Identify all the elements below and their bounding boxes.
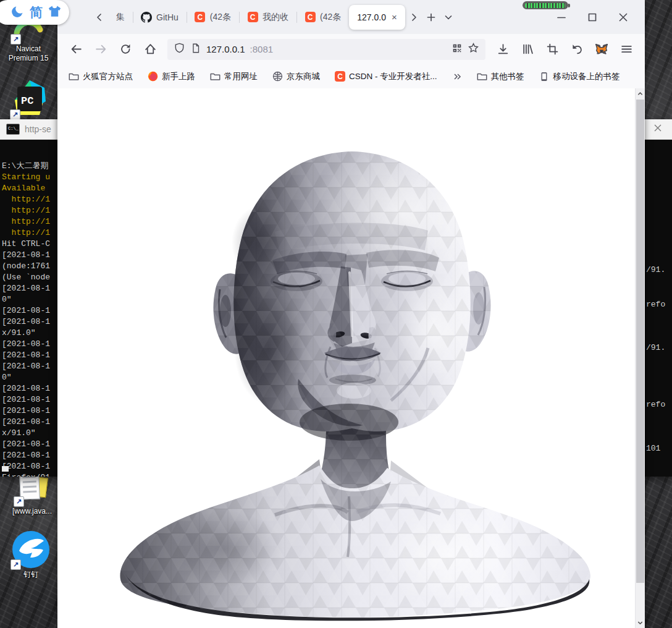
maximize-button[interactable]	[577, 5, 608, 30]
browser-tab[interactable]: GitHu	[133, 5, 187, 30]
bookmarks-toolbar: 火狐官方站点 新手上路 常用网址 京东商城 C CSDN - 专业开发者社...	[57, 64, 645, 89]
shortcut-arrow-icon: ↗	[14, 496, 24, 507]
firefox-icon	[148, 71, 158, 82]
terminal-line: 0″	[2, 372, 50, 383]
page-info-icon[interactable]	[190, 43, 201, 56]
terminal-line: [2021-08-1	[2, 461, 50, 472]
bookmark-label: 新手上路	[162, 71, 195, 82]
folder-icon	[477, 71, 487, 82]
bookmark-item[interactable]: 其他书签	[477, 71, 524, 82]
terminal-line: (node:1761	[2, 261, 50, 272]
close-button[interactable]	[608, 5, 639, 30]
csdn-icon: C	[195, 12, 206, 23]
shortcut-arrow-icon: ↗	[10, 109, 20, 120]
terminal-title: http-se	[25, 124, 51, 134]
desktop-icon-pycharm[interactable]: PC ↗	[11, 79, 51, 122]
tab-list-dropdown-button[interactable]	[440, 7, 457, 27]
undo-arrow-button[interactable]	[566, 39, 588, 60]
bookmark-item[interactable]: 火狐官方站点	[69, 71, 133, 82]
screenshot-crop-button[interactable]	[541, 39, 563, 60]
menu-button[interactable]	[615, 39, 637, 60]
tab-strip: 集 GitHu C (42条 C 我的收	[108, 0, 405, 34]
csdn-icon: C	[335, 71, 345, 82]
terminal-line: Available	[2, 183, 50, 194]
browser-tab[interactable]: C (42条	[187, 5, 239, 30]
scrollbar[interactable]	[635, 88, 645, 628]
terminal-line: [2021-08-1	[2, 383, 50, 394]
browser-tab[interactable]: C 我的收	[239, 5, 296, 30]
bookmark-item[interactable]: 新手上路	[148, 71, 195, 82]
new-tab-button[interactable]	[422, 7, 440, 27]
scrollbar-thumb[interactable]	[636, 100, 644, 583]
terminal-line: 0″	[2, 294, 50, 305]
3d-head-model[interactable]	[57, 88, 636, 628]
desktop-icon-java-notes[interactable]: ↗ [www.java...	[9, 471, 56, 516]
battery-indicator	[523, 1, 568, 9]
terminal-line: [2021-08-1	[2, 250, 50, 261]
tab-title: 我的收	[262, 12, 288, 23]
library-button[interactable]	[516, 39, 539, 60]
moon-icon[interactable]	[11, 4, 25, 20]
terminal-line: Hit CTRL-C	[2, 239, 50, 250]
desktop-icon-dingtalk[interactable]: ↗ 钉钉	[5, 530, 57, 579]
metamask-icon[interactable]	[590, 39, 613, 60]
terminal-line: Firefox/91	[2, 472, 50, 477]
tab-scroll-left-button[interactable]	[91, 7, 108, 27]
bookmark-item[interactable]: 移动设备上的书签	[539, 71, 620, 82]
ime-toolbar[interactable]: 简	[0, 0, 69, 25]
bookmark-label: CSDN - 专业开发者社...	[349, 71, 437, 82]
bookmark-item[interactable]: 京东商城	[272, 71, 320, 82]
scrollbar-up-button[interactable]	[636, 88, 645, 99]
bookmarks-overflow-button[interactable]	[452, 72, 462, 82]
back-button[interactable]	[65, 39, 87, 60]
terminal-line: [2021-08-1	[2, 450, 50, 461]
forward-button[interactable]	[90, 39, 112, 60]
qr-code-icon[interactable]	[452, 43, 463, 56]
terminal-line: E:\大二暑期	[2, 161, 50, 172]
terminal-line: [2021-08-1	[2, 350, 50, 361]
url-host: 127.0.0.1	[206, 44, 245, 54]
bookmark-item[interactable]: C CSDN - 专业开发者社...	[335, 71, 437, 82]
terminal-line: [2021-08-1	[2, 394, 50, 405]
terminal-line: [2021-08-1	[2, 417, 50, 428]
page-content	[57, 88, 645, 628]
desktop: ↗ Navicat Premium 15 PC ↗ ↗ [www.java...	[0, 0, 672, 628]
phone-icon	[539, 71, 550, 82]
terminal-line-fragment: 101	[646, 443, 660, 454]
terminal-line: http://1	[2, 205, 50, 216]
terminal-line-fragment: refo	[646, 299, 665, 310]
terminal-close-button[interactable]	[650, 124, 666, 135]
bookmark-item[interactable]: 常用网址	[210, 71, 258, 82]
terminal-line-fragment: /91.	[646, 342, 665, 354]
bookmark-label: 其他书签	[491, 71, 524, 82]
github-icon	[141, 12, 152, 23]
shortcut-arrow-icon: ↗	[10, 559, 21, 570]
ime-mode-indicator[interactable]: 简	[30, 4, 43, 21]
downloads-button[interactable]	[492, 39, 514, 60]
skin-shirt-icon[interactable]	[48, 5, 62, 20]
svg-text:PC: PC	[21, 95, 33, 107]
terminal-line: [2021-08-1	[2, 283, 50, 294]
reload-button[interactable]	[114, 39, 136, 60]
terminal-line: Starting u	[2, 172, 50, 183]
terminal-line: x/91.0″	[2, 328, 50, 339]
terminal-line: http://1	[2, 194, 50, 205]
battery-cells	[525, 3, 565, 8]
shield-icon[interactable]	[174, 42, 185, 56]
csdn-icon: C	[304, 12, 316, 23]
shortcut-arrow-icon: ↗	[10, 34, 21, 45]
terminal-line: [2021-08-1	[2, 405, 50, 417]
home-button[interactable]	[139, 39, 161, 60]
terminal-line: [2021-08-1	[2, 339, 50, 350]
browser-tab[interactable]: C (42条	[296, 5, 349, 30]
scrollbar-down-button[interactable]	[636, 617, 645, 628]
browser-tab[interactable]: 集	[108, 5, 133, 30]
tab-close-icon[interactable]: ×	[392, 12, 397, 22]
browser-tab[interactable]: 127.0.0 ×	[349, 5, 405, 30]
tab-title: (42条	[210, 12, 231, 23]
bookmark-star-icon[interactable]	[468, 42, 479, 56]
globe-icon	[272, 71, 283, 82]
tab-scroll-right-button[interactable]	[405, 7, 422, 27]
tab-title: GitHu	[156, 12, 178, 22]
url-bar[interactable]: 127.0.0.1:8081	[167, 39, 485, 60]
